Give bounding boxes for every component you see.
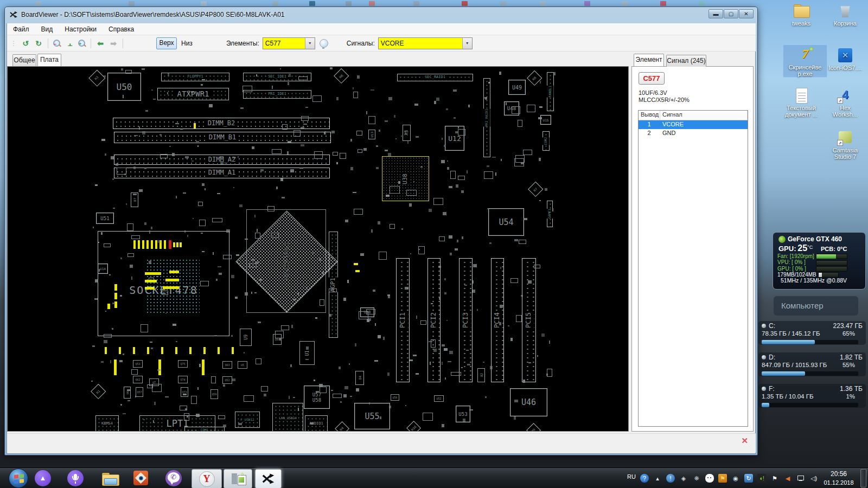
disk-row-F[interactable]: F:1.36 ТБ1.35 ТБ / 10.04 ГБ1% (758, 384, 866, 408)
tray-icon-agent[interactable]: ! (666, 474, 675, 483)
elements-combo[interactable]: C577▼ (263, 37, 315, 49)
rotate-left-icon[interactable]: ↺ (20, 38, 31, 48)
panel-tab-signal[interactable]: Сигнал (245) (666, 55, 706, 67)
board-component-H1[interactable]: H1 (91, 384, 106, 399)
vcore-capacitor[interactable] (354, 263, 358, 265)
tray-icon-nvidia-settings[interactable]: ◖! (757, 474, 766, 483)
taskbar-button-boardviewer-taskbar[interactable] (255, 469, 282, 488)
table-header-signal[interactable]: Сигнал (660, 111, 748, 120)
board-component-U54[interactable]: U54 (488, 208, 524, 236)
pcb-board-canvas[interactable]: H3U50FLOPPY1SEC_IDE1ATXPWR1PRI_IDE1SEC_R… (7, 66, 629, 432)
highlight-bulb-icon[interactable] (320, 39, 328, 48)
table-header-pin[interactable]: Вывод (639, 111, 660, 120)
desktop-icon-tweaks-folder[interactable]: tweaks (780, 1, 823, 27)
board-component-PANEL1[interactable]: PANEL1 (547, 72, 554, 111)
vcore-capacitor[interactable] (218, 347, 220, 354)
vcore-capacitor[interactable] (161, 347, 163, 354)
view-bottom-button[interactable]: Низ (181, 40, 193, 47)
board-component-PCI3[interactable]: PCI3 (459, 258, 473, 382)
gpu-monitor-gadget[interactable]: GeForce GTX 460 GPU: 25°C PCB: 0°C Fan: … (773, 232, 866, 290)
taskbar-button-viber[interactable]: ✆ (165, 468, 182, 488)
board-component-U2[interactable]: U2 (477, 368, 485, 382)
taskbar-button-voice-search[interactable] (67, 468, 84, 488)
tray-icon-spray[interactable]: ❋ (692, 474, 701, 483)
board-component-AUDIO1[interactable]: AUDIO1 (305, 415, 328, 432)
board-component-PRI_RAID1[interactable]: PRI_RAID1 (483, 78, 490, 157)
table-row[interactable]: 2GND (639, 129, 748, 138)
vcore-capacitor[interactable] (176, 242, 178, 247)
board-component-COM2[interactable]: COM2 (542, 131, 550, 151)
zoom-in-icon[interactable]: + (77, 38, 87, 48)
vcore-capacitor[interactable] (355, 270, 360, 272)
tray-icon-flag[interactable]: ⚑ (770, 474, 779, 483)
vcore-capacitor[interactable] (119, 347, 121, 354)
taskbar-button-yandex-browser[interactable]: Y (192, 469, 222, 488)
board-component-U52[interactable]: U52 (434, 395, 444, 402)
title-bar[interactable]: BoardViewer - D:\SOFT\sistems\BoardViewe… (5, 7, 757, 22)
maximize-button[interactable]: ▢ (724, 9, 738, 18)
board-component-KBMS4[interactable]: KBMS4 (95, 415, 119, 432)
board-component-H4[interactable]: H4 (335, 421, 349, 432)
vcore-capacitor[interactable] (138, 240, 140, 249)
board-component-Q63[interactable]: Q63 (222, 361, 232, 369)
vcore-capacitor[interactable] (133, 347, 135, 354)
vcore-capacitor[interactable] (175, 347, 177, 354)
desktop-icon-text-document[interactable]: Текстовыйдокумент ... (780, 86, 823, 118)
board-component-U5[interactable]: U5 (238, 361, 247, 369)
board-component-Q59[interactable]: Q59 (210, 389, 218, 399)
vcore-capacitor[interactable] (151, 240, 153, 249)
forward-icon[interactable]: ➡ (108, 38, 119, 48)
disk-row-C[interactable]: C:223.47 ГБ78.35 ГБ / 145.12 ГБ65% (758, 321, 866, 345)
board-component-U9[interactable]: U9 (240, 329, 252, 346)
tray-icon-sync[interactable]: ↻ (744, 474, 753, 483)
vcore-capacitor[interactable] (105, 347, 107, 354)
vcore-capacitor[interactable] (155, 240, 157, 249)
taskbar-button-openoffice[interactable] (224, 469, 252, 488)
board-component-U13[interactable]: U13 (368, 130, 375, 139)
tray-icon-cow[interactable] (705, 474, 714, 483)
tray-icon-help[interactable]: ? (640, 474, 649, 483)
vcore-capacitor[interactable] (180, 242, 182, 247)
vcore-capacitor[interactable] (232, 347, 234, 354)
vcore-capacitor[interactable] (194, 123, 196, 129)
board-component-HEATSINK1[interactable]: HEATSINK1 (246, 209, 326, 313)
board-component-H7[interactable]: H7 (528, 182, 543, 197)
taskbar-button-faststone-viewer[interactable] (133, 468, 150, 488)
menu-item-3[interactable]: Настройки (59, 23, 103, 35)
board-component-H9[interactable]: H9 (526, 423, 540, 432)
show-desktop-button[interactable] (860, 469, 866, 487)
taskbar-button-windows-explorer[interactable] (101, 468, 119, 488)
tray-icon-mail[interactable]: ⚑ (718, 474, 727, 483)
board-component-COM1[interactable]: COM1 (184, 427, 225, 432)
signals-combo[interactable]: VCORE▼ (378, 37, 473, 49)
board-component-Q73[interactable]: Q73 (181, 387, 188, 397)
zoom-fit-icon[interactable]: ⌟⌞ (64, 38, 75, 48)
vcore-capacitor[interactable] (189, 347, 192, 354)
board-component-Q75[interactable]: Q75 (178, 360, 188, 368)
board-component-Q57[interactable]: Q57 (136, 387, 143, 397)
taskbar-button-yandex-alisa[interactable]: ▲ (35, 468, 52, 488)
close-button[interactable]: ✕ (739, 9, 754, 18)
board-component-H3[interactable]: H3 (88, 69, 105, 86)
status-close-icon[interactable]: ✕ (741, 436, 748, 446)
board-component-SEC_RAID1[interactable]: SEC_RAID1 (397, 74, 473, 81)
back-icon[interactable]: ⬅ (95, 38, 106, 48)
board-component-U4[interactable]: U4 (355, 371, 364, 385)
chevron-down-icon[interactable]: ▼ (462, 38, 472, 49)
board-component-U15[interactable]: U15 (540, 115, 551, 125)
view-top-button[interactable]: Верх (156, 37, 177, 49)
board-component-FLOPPY1[interactable]: FLOPPY1 (161, 73, 229, 81)
menu-item-2[interactable]: Вид (35, 23, 59, 35)
board-component-U6[interactable]: U6 (124, 387, 131, 399)
board-component-PRI_IDE1[interactable]: PRI_IDE1 (243, 90, 311, 99)
board-component-PCI4[interactable]: PCI4 (491, 258, 504, 382)
vcore-capacitor[interactable] (146, 240, 149, 249)
board-component-U55[interactable]: U55 (354, 403, 390, 429)
vcore-capacitor[interactable] (142, 240, 144, 249)
minimize-button[interactable]: ▬ (709, 9, 723, 18)
board-component-H10[interactable]: H10 (406, 421, 420, 432)
board-component-U56[interactable]: U56 (391, 394, 399, 401)
table-row[interactable]: 1VCORE (639, 120, 748, 129)
board-component-Q62[interactable]: Q62 (133, 376, 143, 383)
selected-element-badge[interactable]: C577 (639, 72, 665, 85)
